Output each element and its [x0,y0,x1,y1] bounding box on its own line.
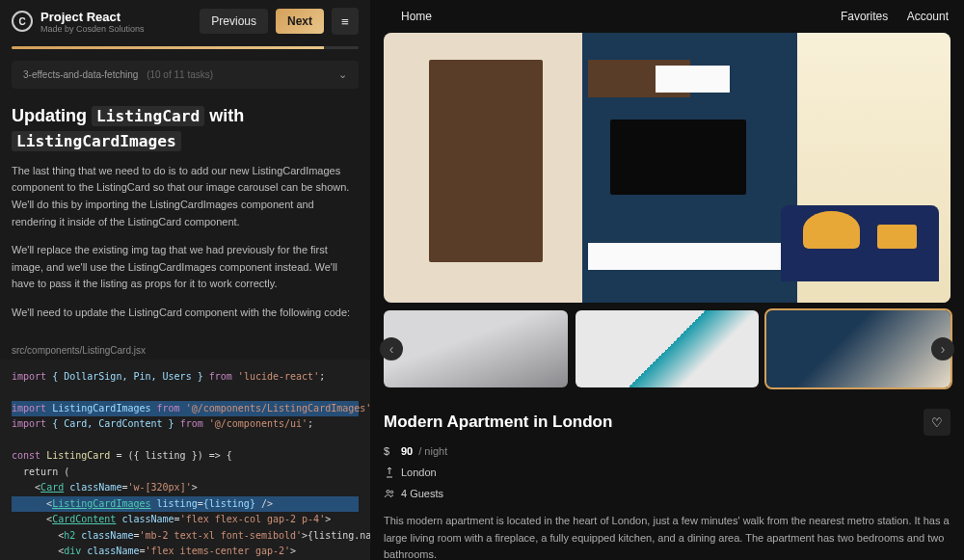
favorite-button[interactable]: ♡ [924,409,951,436]
listing-description: This modern apartment is located in the … [384,513,951,560]
listing-price-row: $ 90 / night [384,445,951,457]
lesson-breadcrumb[interactable]: 3-effects-and-data-fetching (10 of 11 ta… [12,61,359,89]
listing-location-row: London [384,467,951,478]
breadcrumb-progress: (10 of 11 tasks) [147,69,213,80]
carousel-thumbnail[interactable] [576,310,760,387]
breadcrumb-section: 3-effects-and-data-fetching [23,69,138,80]
menu-button[interactable]: ≡ [332,8,359,35]
pin-icon [384,467,395,478]
dollar-sign-icon: $ [384,445,395,457]
code-file-path: src/components/ListingCard.jsx [0,341,370,360]
product-logo: C Project React Made by Cosden Solutions [12,10,192,34]
logo-mark-icon: C [12,11,33,32]
listing-price: 90 [401,445,413,457]
carousel-next-button[interactable]: › [931,337,954,360]
code-block[interactable]: import { DollarSign, Pin, Users } from '… [0,360,370,560]
listing-guests-row: 4 Guests [384,488,951,499]
chevron-right-icon: › [941,341,946,357]
carousel-thumbnail[interactable] [766,310,951,387]
product-byline: Made by Cosden Solutions [40,24,145,34]
nav-home-link[interactable]: Home [401,10,432,23]
next-button[interactable]: Next [276,9,324,34]
heart-icon: ♡ [931,415,943,430]
lesson-paragraph: We'll replace the existing img tag that … [12,242,359,293]
product-title: Project React [40,10,145,24]
carousel-thumbnail[interactable] [384,310,568,387]
users-icon [384,488,395,499]
progress-bar [12,46,359,49]
chevron-left-icon: ‹ [389,341,394,357]
previous-button[interactable]: Previous [200,9,268,34]
lesson-heading: Updating ListingCard with ListingCardIma… [12,104,359,152]
listing-guests: 4 Guests [401,488,443,499]
lesson-paragraph: The last thing that we need to do is to … [12,163,359,230]
svg-point-1 [390,491,393,493]
nav-favorites-link[interactable]: Favorites [841,10,888,23]
listing-price-per: / night [418,445,447,457]
svg-point-0 [387,491,389,493]
listing-title: Modern Apartment in London [384,413,612,432]
listing-location: London [401,467,437,478]
image-carousel: ‹ › [384,310,951,387]
carousel-prev-button[interactable]: ‹ [380,337,403,360]
lesson-paragraph: We'll need to update the ListingCard com… [12,305,359,322]
chevron-down-icon: ⌄ [338,68,347,81]
listing-hero-image [384,33,951,303]
hamburger-icon: ≡ [341,14,349,29]
nav-account-link[interactable]: Account [907,10,949,23]
